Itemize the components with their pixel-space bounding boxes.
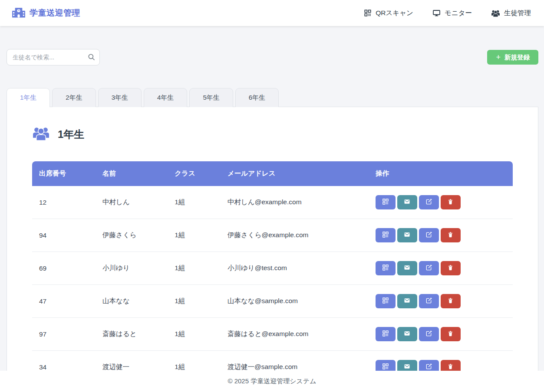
users-icon bbox=[32, 126, 50, 142]
panel-heading: 1年生 bbox=[32, 126, 513, 142]
cell-number: 47 bbox=[32, 285, 96, 318]
monitor-icon bbox=[432, 9, 441, 17]
table-header-row: 出席番号 名前 クラス メールアドレス 操作 bbox=[32, 161, 513, 186]
cell-email: 伊藤さくら@example.com bbox=[221, 219, 369, 252]
qr-icon bbox=[382, 198, 389, 206]
col-header-email: メールアドレス bbox=[221, 161, 369, 186]
edit-button[interactable] bbox=[419, 228, 439, 242]
table-row: 47 山本なな 1組 山本なな@sample.com bbox=[32, 285, 513, 318]
cell-email: 小川ゆり@test.com bbox=[221, 252, 369, 285]
top-navbar: 学童送迎管理 QRスキャン bbox=[0, 0, 544, 26]
edit-icon bbox=[425, 264, 432, 272]
delete-button[interactable] bbox=[441, 195, 461, 209]
edit-button[interactable] bbox=[419, 195, 439, 209]
mail-button[interactable] bbox=[397, 195, 417, 209]
delete-button[interactable] bbox=[441, 261, 461, 275]
cell-number: 97 bbox=[32, 318, 96, 351]
app-title: 学童送迎管理 bbox=[30, 7, 80, 19]
cell-number: 94 bbox=[32, 219, 96, 252]
cell-number: 12 bbox=[32, 186, 96, 219]
brand[interactable]: 学童送迎管理 bbox=[12, 7, 80, 20]
copyright-text: © 2025 学童送迎管理システム bbox=[227, 377, 316, 385]
trash-icon bbox=[447, 198, 454, 206]
nav-items: QRスキャン モニター bbox=[364, 9, 531, 18]
cell-name: 小川ゆり bbox=[96, 252, 168, 285]
qr-icon bbox=[382, 231, 389, 239]
school-icon bbox=[12, 7, 25, 20]
table-row: 69 小川ゆり 1組 小川ゆり@test.com bbox=[32, 252, 513, 285]
students-table: 出席番号 名前 クラス メールアドレス 操作 12 中村しん 1組 中村しん@e… bbox=[32, 161, 513, 392]
add-student-button[interactable]: + 新規登録 bbox=[487, 50, 538, 65]
page-title: 1年生 bbox=[58, 127, 84, 141]
edit-button[interactable] bbox=[419, 294, 439, 308]
cell-email: 中村しん@example.com bbox=[221, 186, 369, 219]
table-row: 12 中村しん 1組 中村しん@example.com bbox=[32, 186, 513, 219]
trash-icon bbox=[447, 231, 454, 239]
qr-icon bbox=[382, 363, 389, 371]
qr-icon bbox=[382, 264, 389, 272]
edit-button[interactable] bbox=[419, 261, 439, 275]
cell-class: 1組 bbox=[168, 252, 221, 285]
cell-email: 山本なな@sample.com bbox=[221, 285, 369, 318]
row-actions bbox=[376, 261, 506, 275]
mail-icon bbox=[403, 264, 411, 272]
qr-code-button[interactable] bbox=[376, 261, 396, 275]
delete-button[interactable] bbox=[441, 294, 461, 308]
trash-icon bbox=[447, 297, 454, 305]
col-header-name: 名前 bbox=[96, 161, 168, 186]
qr-code-button[interactable] bbox=[376, 327, 396, 341]
add-student-button-label: 新規登録 bbox=[504, 53, 530, 62]
mail-button[interactable] bbox=[397, 261, 417, 275]
tab-grade-4[interactable]: 4年生 bbox=[144, 88, 187, 107]
cell-class: 1組 bbox=[168, 318, 221, 351]
delete-button[interactable] bbox=[441, 327, 461, 341]
search-icon bbox=[88, 53, 95, 62]
nav-item-qr-scan[interactable]: QRスキャン bbox=[364, 9, 413, 18]
cell-class: 1組 bbox=[168, 186, 221, 219]
edit-button[interactable] bbox=[419, 327, 439, 341]
footer: © 2025 学童送迎管理システム bbox=[0, 371, 544, 392]
cell-number: 69 bbox=[32, 252, 96, 285]
cell-name: 伊藤さくら bbox=[96, 219, 168, 252]
col-header-actions: 操作 bbox=[369, 161, 513, 186]
trash-icon bbox=[447, 363, 454, 371]
delete-button[interactable] bbox=[441, 228, 461, 242]
mail-button[interactable] bbox=[397, 327, 417, 341]
row-actions bbox=[376, 228, 506, 242]
tab-grade-5[interactable]: 5年生 bbox=[189, 88, 233, 107]
qr-icon bbox=[364, 9, 372, 17]
nav-item-students[interactable]: 生徒管理 bbox=[491, 9, 531, 18]
grade-tabs: 1年生 2年生 3年生 4年生 5年生 6年生 bbox=[7, 88, 538, 107]
table-row: 97 斎藤はると 1組 斎藤はると@example.com bbox=[32, 318, 513, 351]
tab-grade-1[interactable]: 1年生 bbox=[7, 88, 50, 107]
row-actions bbox=[376, 294, 506, 308]
plus-icon: + bbox=[496, 53, 501, 61]
qr-code-button[interactable] bbox=[376, 294, 396, 308]
search-input[interactable] bbox=[7, 49, 100, 65]
tab-grade-3[interactable]: 3年生 bbox=[98, 88, 142, 107]
nav-item-monitor[interactable]: モニター bbox=[432, 9, 472, 18]
tab-grade-2[interactable]: 2年生 bbox=[52, 88, 96, 107]
search-wrap bbox=[7, 49, 100, 65]
mail-button[interactable] bbox=[397, 294, 417, 308]
grade-panel: 1年生 出席番号 名前 クラス メールアドレス 操作 12 中村しん 1組 中村… bbox=[7, 107, 538, 392]
edit-icon bbox=[425, 297, 432, 305]
qr-icon bbox=[382, 297, 389, 305]
nav-item-label: モニター bbox=[445, 9, 472, 18]
row-actions bbox=[376, 195, 506, 209]
cell-email: 斎藤はると@example.com bbox=[221, 318, 369, 351]
table-row: 94 伊藤さくら 1組 伊藤さくら@example.com bbox=[32, 219, 513, 252]
col-header-number: 出席番号 bbox=[32, 161, 96, 186]
cell-name: 中村しん bbox=[96, 186, 168, 219]
qr-code-button[interactable] bbox=[376, 228, 396, 242]
edit-icon bbox=[425, 198, 432, 206]
tab-grade-6[interactable]: 6年生 bbox=[235, 88, 279, 107]
mail-icon bbox=[403, 198, 411, 206]
qr-code-button[interactable] bbox=[376, 195, 396, 209]
row-actions bbox=[376, 327, 506, 341]
mail-icon bbox=[403, 231, 411, 239]
cell-name: 斎藤はると bbox=[96, 318, 168, 351]
users-icon bbox=[491, 10, 500, 17]
mail-button[interactable] bbox=[397, 228, 417, 242]
mail-icon bbox=[403, 363, 411, 371]
